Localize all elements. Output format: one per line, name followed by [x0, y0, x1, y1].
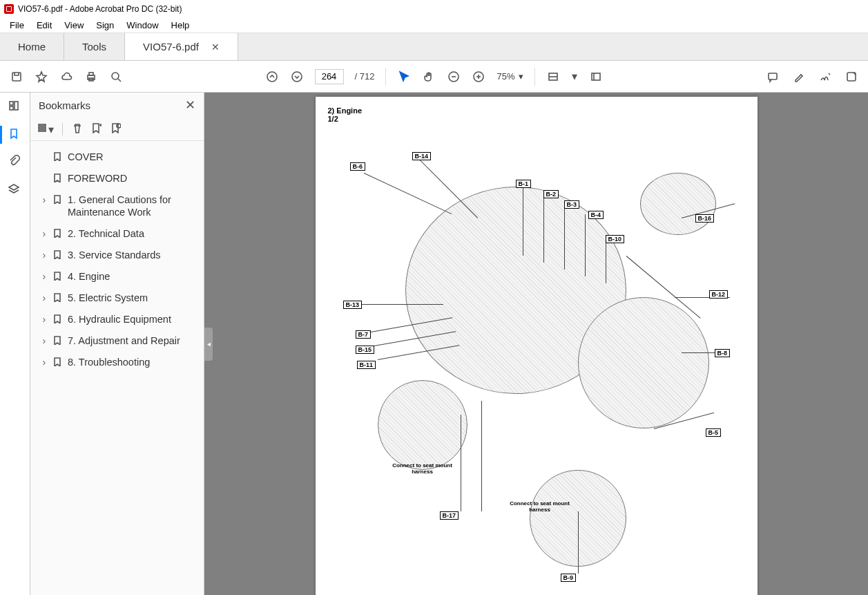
- bookmark-item[interactable]: ›2. Technical Data: [37, 223, 201, 245]
- chevron-right-icon[interactable]: ›: [40, 356, 48, 368]
- menu-help[interactable]: Help: [166, 19, 195, 32]
- delete-icon[interactable]: [71, 122, 82, 136]
- callout-label: B-16: [695, 214, 715, 223]
- callout-label: B-7: [356, 330, 372, 339]
- comment-icon[interactable]: [766, 70, 780, 84]
- bookmark-label: 4. Engine: [68, 270, 198, 283]
- chevron-down-icon: ▾: [519, 71, 523, 82]
- thumbnails-icon[interactable]: [8, 100, 23, 115]
- bookmark-list: COVERFOREWORD›1. General Cautions for Ma…: [30, 141, 204, 595]
- tab-document[interactable]: VIO57-6.pdf ✕: [125, 33, 238, 60]
- select-tool-icon[interactable]: [397, 70, 411, 84]
- bookmark-item[interactable]: ›4. Engine: [37, 266, 201, 287]
- zoom-dropdown[interactable]: 75%▾: [496, 71, 523, 82]
- options-icon[interactable]: ▾: [37, 122, 54, 136]
- add-bookmark-icon[interactable]: [90, 122, 102, 136]
- chevron-right-icon[interactable]: ›: [40, 227, 48, 240]
- callout-label: B-9: [561, 574, 577, 582]
- bookmark-item[interactable]: ›1. General Cautions for Maintenance Wor…: [37, 189, 201, 223]
- hand-tool-icon[interactable]: [422, 70, 436, 84]
- svg-rect-17: [39, 127, 46, 129]
- separator: [385, 68, 386, 86]
- chevron-right-icon[interactable]: ›: [40, 270, 48, 283]
- bookmark-icon: [52, 249, 64, 262]
- page-up-icon[interactable]: [265, 70, 279, 84]
- separator: [534, 68, 535, 86]
- tab-home[interactable]: Home: [0, 33, 64, 60]
- more-tools-icon[interactable]: [845, 70, 858, 84]
- page-down-icon[interactable]: [290, 70, 304, 84]
- chevron-right-icon[interactable]: ›: [40, 193, 48, 206]
- callout-label: B-3: [564, 200, 580, 209]
- menu-window[interactable]: Window: [121, 19, 164, 32]
- bookmarks-icon[interactable]: [8, 127, 23, 142]
- read-mode-icon[interactable]: [589, 70, 603, 84]
- panel-title: Bookmarks: [39, 100, 90, 111]
- menu-sign[interactable]: Sign: [90, 19, 119, 32]
- star-icon[interactable]: [35, 70, 48, 84]
- bookmark-label: FOREWORD: [68, 172, 198, 185]
- callout-label: B-17: [440, 511, 459, 520]
- svg-rect-11: [769, 73, 777, 79]
- svg-point-4: [112, 73, 119, 79]
- close-panel-icon[interactable]: ✕: [185, 97, 195, 113]
- save-icon[interactable]: [10, 70, 23, 84]
- bookmark-item[interactable]: FOREWORD: [37, 168, 201, 189]
- bookmark-item[interactable]: ›6. Hydraulic Equipment: [37, 309, 201, 330]
- zoom-in-icon[interactable]: [472, 70, 485, 84]
- bookmark-icon: [52, 151, 64, 164]
- bookmark-item[interactable]: ›3. Service Standards: [37, 245, 201, 266]
- callout-label: B-13: [343, 301, 363, 309]
- page-heading: 2) Engine: [328, 106, 745, 115]
- sign-icon[interactable]: [818, 70, 832, 84]
- zoom-out-icon[interactable]: [447, 70, 461, 84]
- layers-icon[interactable]: [8, 182, 23, 198]
- main: Bookmarks ✕ ▾ COVERFOREWORD›1. General C…: [0, 93, 868, 595]
- bookmark-icon: [52, 314, 64, 326]
- collapse-handle-icon[interactable]: ◂: [204, 328, 213, 361]
- page-input[interactable]: [315, 69, 344, 84]
- chevron-right-icon[interactable]: ›: [40, 292, 48, 304]
- bookmark-label: 8. Troubleshooting: [68, 356, 198, 368]
- callout-label: B-10: [606, 235, 625, 243]
- chevron-right-icon[interactable]: ›: [40, 334, 48, 347]
- chevron-right-icon[interactable]: ›: [40, 313, 48, 325]
- bookmark-icon: [52, 335, 64, 348]
- callout-label: B-15: [356, 346, 375, 354]
- pdf-icon: [4, 4, 14, 14]
- bookmark-icon: [52, 173, 64, 185]
- search-icon[interactable]: [109, 70, 123, 84]
- fit-width-icon[interactable]: [546, 70, 560, 84]
- bookmark-icon: [52, 357, 64, 369]
- svg-rect-15: [15, 102, 18, 110]
- separator: [62, 123, 63, 135]
- bookmark-item[interactable]: ›7. Adjustment and Repair: [37, 330, 201, 352]
- chevron-down-icon[interactable]: ▾: [571, 70, 578, 84]
- bookmark-item[interactable]: ›5. Electric System: [37, 287, 201, 309]
- svg-rect-14: [10, 106, 13, 110]
- print-icon[interactable]: [84, 70, 98, 84]
- menu-edit[interactable]: Edit: [31, 19, 57, 32]
- callout-label: B-2: [543, 190, 559, 198]
- tab-tools-label: Tools: [82, 41, 106, 53]
- svg-rect-2: [89, 73, 93, 75]
- attachments-icon[interactable]: [8, 155, 23, 170]
- bookmark-item[interactable]: ›8. Troubleshooting: [37, 352, 201, 373]
- cloud-icon[interactable]: [59, 70, 73, 84]
- menu-view[interactable]: View: [59, 19, 89, 32]
- bookmark-icon: [52, 194, 64, 207]
- page-subheading: 1/2: [328, 115, 745, 123]
- document-viewer[interactable]: ◂ 2) Engine 1/2: [204, 93, 868, 595]
- engine-diagram: Connect to seat mount harness Connect to…: [322, 124, 751, 595]
- toolbar: / 712 75%▾ ▾: [0, 61, 868, 93]
- svg-rect-0: [12, 73, 21, 81]
- chevron-right-icon[interactable]: ›: [40, 249, 48, 261]
- tab-tools[interactable]: Tools: [64, 33, 125, 60]
- tab-home-label: Home: [18, 41, 46, 53]
- diagram-note: Connect to seat mount harness: [509, 501, 571, 513]
- close-icon[interactable]: ✕: [211, 41, 220, 53]
- find-bookmark-icon[interactable]: [110, 122, 121, 136]
- highlight-icon[interactable]: [792, 70, 806, 84]
- menu-file[interactable]: File: [4, 19, 30, 32]
- bookmark-item[interactable]: COVER: [37, 147, 201, 168]
